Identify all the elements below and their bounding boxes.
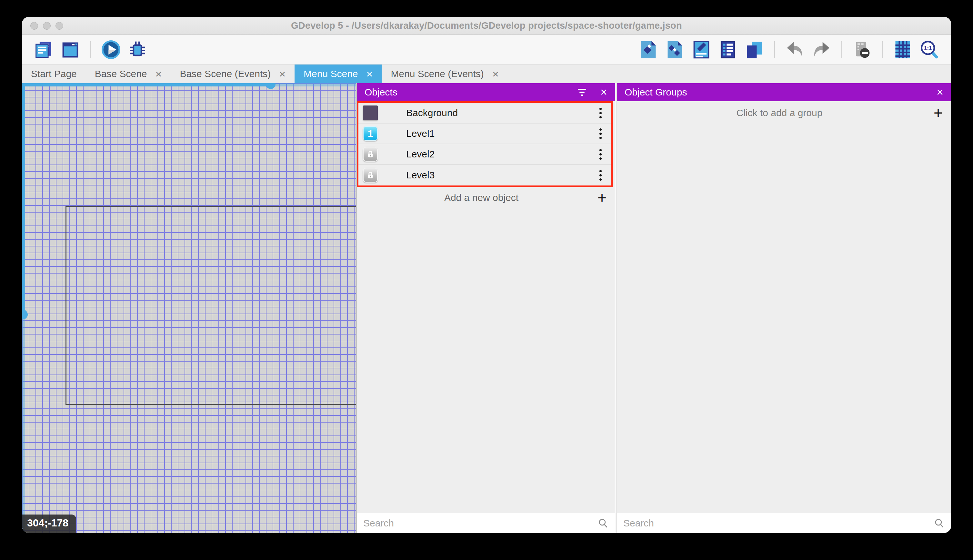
toolbar-separator [882, 41, 883, 58]
tab-close-icon[interactable]: × [279, 68, 285, 79]
project-manager-icon[interactable] [33, 39, 55, 61]
tab-menu-scene[interactable]: Menu Scene × [295, 65, 382, 83]
open-objects-panel-icon[interactable] [638, 39, 660, 61]
tab-base-scene-events[interactable]: Base Scene (Events) × [171, 65, 295, 83]
close-panel-icon[interactable]: × [936, 87, 943, 98]
tab-label: Menu Scene (Events) [391, 68, 483, 79]
vertical-scrollbar-range [22, 83, 25, 314]
object-thumbnail-level1: 1 [363, 126, 378, 141]
tab-close-icon[interactable]: × [492, 68, 499, 79]
objects-panel-title: Objects [365, 87, 578, 98]
tab-base-scene[interactable]: Base Scene × [86, 65, 171, 83]
object-thumbnail-level3 [363, 168, 378, 183]
toggle-grid-icon[interactable] [892, 39, 914, 61]
scene-editor-canvas[interactable]: 304;-178 [22, 83, 356, 533]
window-title: GDevelop 5 - /Users/dkarakay/Documents/G… [291, 20, 682, 31]
cursor-coordinates-badge: 304;-178 [22, 515, 76, 533]
open-properties-panel-icon[interactable] [690, 39, 712, 61]
objects-panel: Objects × Background 1 Level1 [357, 83, 615, 533]
undo-icon[interactable] [784, 39, 806, 61]
horizontal-scrollbar-range [22, 83, 271, 87]
editor-content: 304;-178 Objects × Background 1 [22, 83, 951, 533]
add-group-button[interactable]: Click to add a group + [617, 101, 951, 125]
lock-icon [365, 170, 375, 180]
tab-label: Base Scene [95, 68, 147, 79]
scene-window-frame [65, 206, 356, 405]
object-menu-icon[interactable] [593, 149, 608, 160]
tab-label: Base Scene (Events) [180, 68, 271, 79]
object-name: Background [406, 107, 593, 118]
tab-close-icon[interactable]: × [155, 68, 162, 79]
tab-label: Start Page [31, 68, 77, 79]
plus-icon: + [598, 190, 606, 205]
object-name: Level2 [406, 149, 593, 160]
close-panel-icon[interactable]: × [600, 87, 607, 98]
object-groups-search-input[interactable] [623, 518, 930, 529]
add-object-label: Add a new object [365, 192, 598, 203]
open-instances-list-icon[interactable] [717, 39, 739, 61]
object-row-level2[interactable]: Level2 [358, 144, 611, 165]
objects-panel-header: Objects × [357, 83, 615, 101]
horizontal-scrollbar[interactable] [22, 83, 356, 87]
vertical-scrollbar[interactable] [22, 83, 25, 533]
object-thumbnail-level2 [363, 147, 378, 162]
object-menu-icon[interactable] [593, 170, 608, 181]
vertical-scrollbar-thumb[interactable] [22, 310, 28, 319]
zoom-window-button[interactable] [55, 22, 63, 30]
object-row-level1[interactable]: 1 Level1 [358, 123, 611, 144]
filter-icon[interactable] [578, 89, 586, 96]
open-object-groups-panel-icon[interactable] [664, 39, 686, 61]
object-name: Level3 [406, 170, 593, 181]
toggle-mask-icon[interactable] [851, 39, 873, 61]
toolbar-separator [774, 41, 775, 58]
traffic-lights [30, 17, 63, 35]
objects-list-highlight-outline: Background 1 Level1 Level2 [357, 101, 613, 187]
object-groups-empty-area [617, 125, 951, 513]
title-bar: GDevelop 5 - /Users/dkarakay/Documents/G… [22, 17, 951, 35]
editor-tab-bar: Start Page Base Scene × Base Scene (Even… [22, 65, 951, 83]
start-page-icon[interactable] [59, 39, 81, 61]
minimize-window-button[interactable] [43, 22, 51, 30]
tab-start-page[interactable]: Start Page [22, 65, 86, 83]
object-row-background[interactable]: Background [358, 103, 611, 123]
horizontal-scrollbar-thumb[interactable] [266, 83, 275, 89]
main-toolbar: 1:1 [22, 35, 951, 65]
tab-menu-scene-events[interactable]: Menu Scene (Events) × [382, 65, 508, 83]
objects-panel-empty-area [357, 208, 615, 513]
object-groups-panel-title: Object Groups [625, 87, 936, 98]
toolbar-separator [841, 41, 842, 58]
add-group-label: Click to add a group [625, 107, 934, 118]
svg-text:1:1: 1:1 [924, 45, 932, 51]
app-window: GDevelop 5 - /Users/dkarakay/Documents/G… [22, 17, 951, 533]
open-layers-panel-icon[interactable] [743, 39, 765, 61]
tab-close-icon[interactable]: × [367, 68, 373, 79]
toolbar-left-group [33, 35, 148, 64]
search-icon [934, 518, 945, 529]
object-groups-panel-header: Object Groups × [617, 83, 951, 101]
object-name: Level1 [406, 128, 593, 139]
redo-icon[interactable] [810, 39, 832, 61]
lock-icon [365, 149, 375, 159]
object-row-level3[interactable]: Level3 [358, 165, 611, 185]
plus-icon: + [934, 105, 943, 121]
close-window-button[interactable] [30, 22, 38, 30]
debugger-bug-icon[interactable] [127, 39, 148, 61]
zoom-one-to-one-icon[interactable]: 1:1 [918, 39, 940, 61]
object-groups-search-bar [617, 513, 951, 533]
object-thumbnail-background [363, 105, 378, 120]
tab-label: Menu Scene [303, 68, 358, 79]
objects-search-bar [357, 513, 615, 533]
search-icon [598, 518, 608, 529]
object-menu-icon[interactable] [593, 128, 608, 139]
preview-play-icon[interactable] [100, 39, 122, 61]
objects-search-input[interactable] [363, 518, 594, 529]
toolbar-separator [90, 41, 91, 58]
object-menu-icon[interactable] [593, 108, 608, 118]
object-groups-panel: Object Groups × Click to add a group + [617, 83, 951, 533]
add-object-button[interactable]: Add a new object + [357, 187, 615, 208]
toolbar-right-group: 1:1 [638, 35, 940, 64]
